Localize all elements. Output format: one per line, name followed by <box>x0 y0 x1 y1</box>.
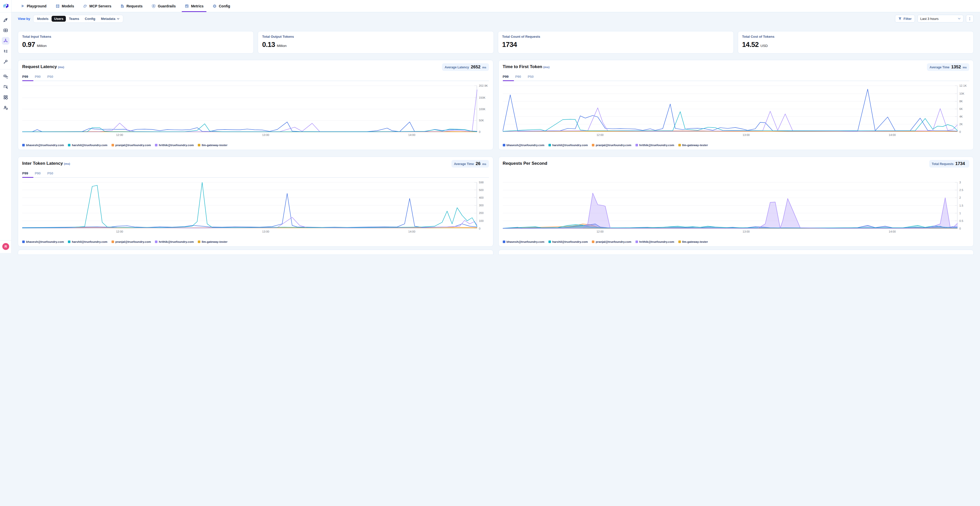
nav-item-config[interactable]: Config <box>208 0 234 12</box>
sidebar-item-integrations[interactable] <box>2 73 10 80</box>
nav-item-models[interactable]: Models <box>51 0 79 12</box>
stat-value: 0.97 <box>22 41 35 49</box>
rocket-icon <box>3 17 8 22</box>
shield-lock-icon <box>151 4 156 8</box>
legend-item[interactable]: llm-gateway-tester <box>198 240 228 243</box>
tab-p50[interactable]: P50 <box>47 170 53 177</box>
view-by-label: View by <box>18 17 30 21</box>
legend-item[interactable]: hrithik@truefoundry.com <box>155 240 194 243</box>
left-sidebar: R <box>0 0 11 253</box>
legend-label: harshil@truefoundry.com <box>72 144 107 147</box>
table-icon <box>3 28 8 33</box>
legend-label: pranjal@truefoundry.com <box>115 144 151 147</box>
segment-teams[interactable]: Teams <box>66 16 82 22</box>
segment-models[interactable]: Models <box>35 16 51 22</box>
legend-swatch <box>68 241 70 243</box>
sidebar-item-gateway[interactable] <box>2 37 10 44</box>
y-axis-label: 0 <box>479 227 480 230</box>
legend-item[interactable]: pranjal@truefoundry.com <box>111 144 151 147</box>
x-axis-labels: 12:0013:0014:00 <box>22 230 466 234</box>
sidebar-item-access[interactable] <box>2 104 10 111</box>
sidebar-item-rocket[interactable] <box>2 16 10 24</box>
y-axis-label: 50K <box>479 119 484 122</box>
chevron-down-icon <box>117 18 119 20</box>
legend-label: bhavesh@truefoundry.com <box>26 240 64 243</box>
y-axis-labels: 5985004003002001000 <box>477 180 489 234</box>
plug-cloud-icon <box>3 74 8 79</box>
key-icon <box>3 59 8 64</box>
y-axis-label: 400 <box>479 196 484 199</box>
y-axis-label: 200 <box>479 211 484 214</box>
tab-p99[interactable]: P99 <box>22 73 28 81</box>
user-avatar[interactable]: R <box>2 243 9 250</box>
stat-value: 0.13 <box>262 41 275 49</box>
tab-p50[interactable]: P50 <box>47 73 53 81</box>
legend-item[interactable]: bhavesh@truefoundry.com <box>22 144 64 147</box>
legend-label: pranjal@truefoundry.com <box>115 240 151 243</box>
legend-swatch <box>155 144 158 146</box>
stat-unit: Million <box>37 44 47 48</box>
play-icon <box>21 4 25 8</box>
sidebar-item-repositories[interactable] <box>2 83 10 90</box>
x-axis-label: 12:00 <box>116 230 123 233</box>
legend-item[interactable]: bhavesh@truefoundry.com <box>22 240 64 243</box>
legend-item[interactable]: pranjal@truefoundry.com <box>111 240 151 243</box>
x-axis-label: 12:00 <box>116 133 123 136</box>
y-axis-labels: 202.9K150K100K50K0 <box>477 83 489 138</box>
user-shield-icon <box>3 105 8 110</box>
nav-item-mcp-servers[interactable]: MCP Servers <box>79 0 116 12</box>
sidebar-divider <box>0 240 11 241</box>
y-axis-label: 100K <box>479 108 486 111</box>
nav-item-requests[interactable]: Requests <box>116 0 147 12</box>
sidebar-item-workflows[interactable] <box>2 94 10 101</box>
stat-card-output-tokens: Total Output Tokens 0.13Million <box>258 31 490 54</box>
y-axis-label: 598 <box>479 181 484 184</box>
segment-users[interactable]: Users <box>52 16 66 22</box>
app-logo[interactable] <box>0 0 11 12</box>
nav-item-guardrails[interactable]: Guardrails <box>147 0 180 12</box>
charts-grid: Request Latency(ms) Average Latency2652m… <box>18 60 490 247</box>
gear-icon <box>213 4 217 8</box>
chart-canvas <box>22 83 477 133</box>
sidebar-item-keys[interactable] <box>2 58 10 65</box>
x-axis-label: 13:00 <box>262 230 269 233</box>
legend-item[interactable]: harshil@truefoundry.com <box>68 240 107 243</box>
y-axis-label: 100 <box>479 219 484 222</box>
segment-config[interactable]: Config <box>82 16 98 22</box>
truefoundry-logo-icon <box>3 3 9 10</box>
chart-canvas <box>22 180 477 229</box>
nav-item-metrics[interactable]: Metrics <box>180 0 208 12</box>
segment-metadata[interactable]: Metadata <box>99 16 122 22</box>
partial-panel <box>18 250 490 253</box>
legend-item[interactable]: llm-gateway-tester <box>198 144 228 147</box>
sidebar-item-table[interactable] <box>2 27 10 34</box>
percentile-tabs: P99 P90 P50 <box>22 170 489 178</box>
chart-unit: (ms) <box>64 162 70 165</box>
tab-p90[interactable]: P90 <box>35 170 41 177</box>
tab-p99[interactable]: P99 <box>22 170 28 177</box>
legend-item[interactable]: harshil@truefoundry.com <box>68 144 107 147</box>
y-axis-label: 0 <box>479 130 480 133</box>
legend-swatch <box>68 144 70 146</box>
next-row-peek <box>18 250 490 253</box>
metadata-label: Metadata <box>101 17 115 21</box>
network-icon <box>3 38 8 43</box>
percentile-tabs: P99 P90 P50 <box>22 73 489 81</box>
y-axis-label: 500 <box>479 189 484 192</box>
blocks-icon <box>3 95 8 100</box>
active-tab-underline <box>22 80 33 81</box>
legend-label: hrithik@truefoundry.com <box>159 144 194 147</box>
controls-row: View by Models Users Teams Config Metada… <box>18 14 490 23</box>
panel-inter-token-latency: Inter Token Latency(ms) Average Time26ms… <box>18 157 490 247</box>
stat-title: Total Output Tokens <box>262 35 489 38</box>
document-chart-icon <box>121 4 124 8</box>
tab-p90[interactable]: P90 <box>35 73 41 81</box>
legend-swatch <box>198 241 200 243</box>
y-axis-label: 202.9K <box>479 84 488 87</box>
sidebar-item-tree[interactable] <box>2 48 10 55</box>
panel-request-latency: Request Latency(ms) Average Latency2652m… <box>18 60 490 150</box>
legend-item[interactable]: hrithik@truefoundry.com <box>155 144 194 147</box>
average-badge: Average Latency2652ms <box>442 63 489 71</box>
repo-icon <box>3 84 8 89</box>
nav-item-playground[interactable]: Playground <box>16 0 51 12</box>
